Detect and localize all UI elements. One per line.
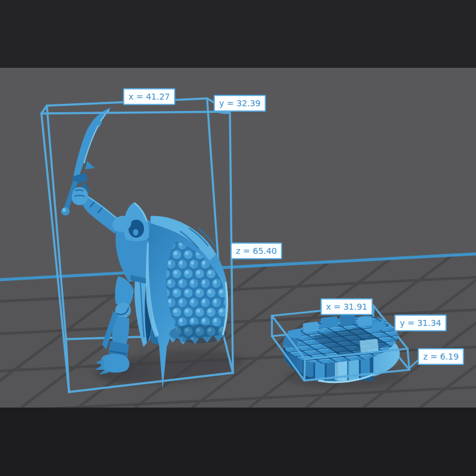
slicer-window: x = 41.27 y = 32.39 z = 65.40 x = 31.91 … bbox=[0, 0, 476, 476]
dimension-label-base-y: y = 31.34 bbox=[394, 315, 447, 331]
dimension-label-figure-z: z = 65.40 bbox=[230, 243, 282, 259]
dimension-label-figure-y: y = 32.39 bbox=[214, 95, 266, 112]
dimension-label-base-z: z = 6.19 bbox=[418, 348, 464, 365]
letterbox-bottom bbox=[0, 408, 476, 476]
viewport-canvas[interactable] bbox=[0, 0, 476, 476]
dimension-label-base-x: x = 31.91 bbox=[321, 298, 373, 315]
dimension-label-figure-x: x = 41.27 bbox=[123, 88, 175, 105]
letterbox-top bbox=[0, 0, 476, 68]
